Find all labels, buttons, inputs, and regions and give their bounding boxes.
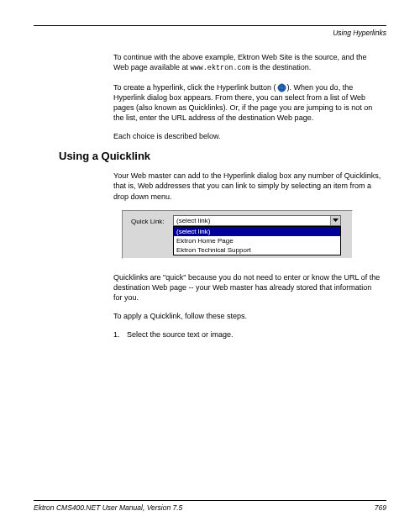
svg-point-0	[278, 84, 286, 92]
paragraph-2: To create a hyperlink, click the Hyperli…	[113, 82, 382, 124]
svg-marker-3	[333, 219, 339, 222]
option-select-link[interactable]: (select link)	[174, 227, 340, 236]
dropdown-arrow-icon[interactable]	[330, 216, 340, 225]
header-section: Using Hyperlinks	[34, 29, 386, 37]
quicklink-label: Quick Link:	[131, 218, 165, 225]
footer-manual-title: Ektron CMS400.NET User Manual, Version 7…	[34, 503, 182, 512]
paragraph-4: Your Web master can add to the Hyperlink…	[113, 171, 382, 201]
quicklink-select[interactable]: (select link)	[173, 215, 341, 226]
footer-page-number: 769	[375, 503, 386, 512]
option-ektron-home[interactable]: Ektron Home Page	[174, 236, 340, 245]
step-1: 1.Select the source text or image.	[113, 329, 382, 340]
hyperlink-globe-icon	[277, 83, 286, 92]
section-heading-quicklink: Using a Quicklink	[59, 150, 386, 162]
paragraph-5: Quicklinks are "quick" because you do no…	[113, 272, 382, 303]
quicklink-dropdown-figure: Quick Link: (select link) (select link) …	[122, 210, 353, 259]
paragraph-3: Each choice is described below.	[113, 131, 382, 141]
paragraph-1: To continue with the above example, Ektr…	[113, 52, 382, 74]
quicklink-options-list[interactable]: (select link) Ektron Home Page Ektron Te…	[173, 226, 341, 255]
option-ektron-support[interactable]: Ektron Technical Support	[174, 245, 340, 255]
paragraph-6: To apply a Quicklink, follow these steps…	[113, 311, 382, 321]
